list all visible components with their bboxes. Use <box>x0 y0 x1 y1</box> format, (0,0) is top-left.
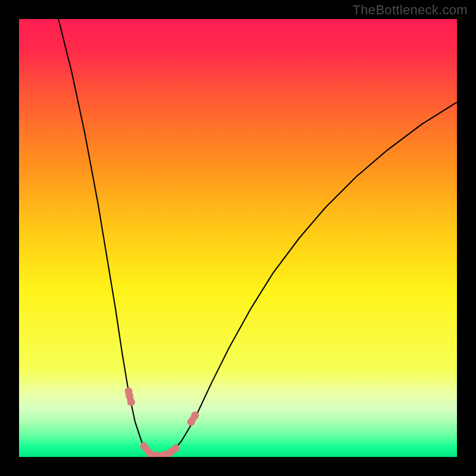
marker-dot <box>191 412 199 419</box>
marker-dot <box>172 444 180 452</box>
marker-dot <box>127 399 135 406</box>
marker-dot <box>187 418 195 426</box>
chart-svg <box>19 19 457 457</box>
gradient-background <box>19 19 457 457</box>
marker-dot <box>140 442 148 450</box>
plot-area <box>19 19 457 457</box>
watermark-text: TheBottleneck.com <box>353 2 468 18</box>
chart-frame: TheBottleneck.com <box>0 0 476 476</box>
marker-dot <box>126 392 133 399</box>
